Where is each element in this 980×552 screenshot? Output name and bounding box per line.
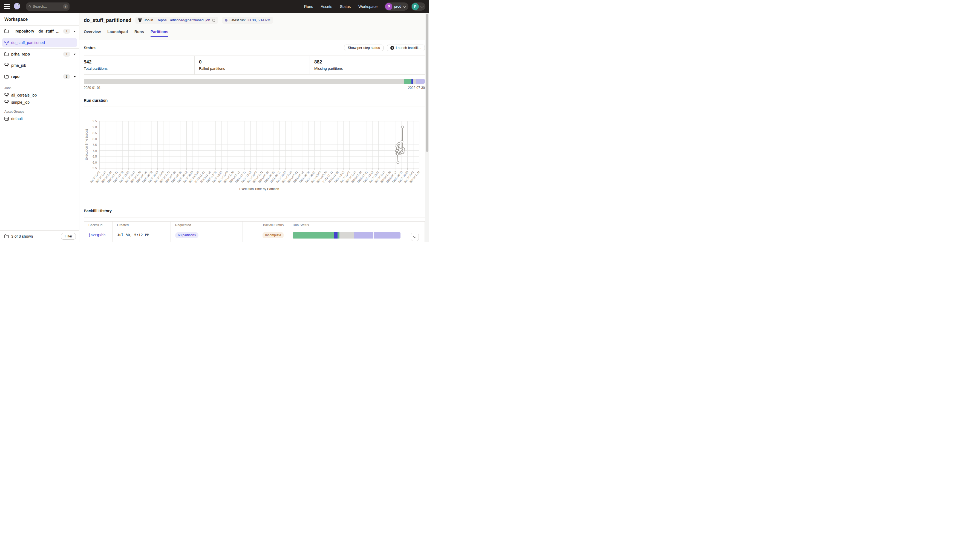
scrollbar-thumb[interactable] (426, 14, 428, 152)
menu-icon[interactable] (4, 5, 10, 9)
deployment-label: prod (394, 5, 401, 8)
status-heading: Status (84, 46, 344, 50)
sidebar-job-do-stuff-partitioned-selected[interactable]: do_stuff_partitioned (2, 38, 77, 47)
dagster-logo-icon[interactable] (13, 2, 21, 11)
caret-down-icon[interactable] (74, 54, 76, 55)
expand-row-button[interactable] (411, 233, 419, 241)
folder-icon (5, 235, 9, 238)
backfill-status-badge: Incomplete (262, 232, 283, 238)
launch-backfill-button[interactable]: Launch backfill... (387, 44, 425, 51)
caret-down-icon[interactable] (74, 76, 76, 78)
job-icon (5, 93, 9, 97)
repo-count-badge: 3 (63, 74, 70, 79)
sidebar-job-simple-job[interactable]: simple_job (0, 99, 79, 106)
asset-group-name: default (11, 117, 23, 121)
folder-icon (5, 75, 9, 79)
filter-button[interactable]: Filter (61, 233, 76, 240)
svg-text:6.5: 6.5 (92, 155, 97, 158)
job-origin-link[interactable]: __reposi...artitioned@partitioned_job (154, 18, 210, 22)
vertical-scrollbar[interactable] (425, 13, 429, 242)
job-origin-prefix: Job in (144, 18, 154, 22)
folder-icon (5, 29, 9, 33)
tab-runs[interactable]: Runs (134, 30, 144, 37)
chevron-down-icon (402, 5, 406, 8)
stat-failed-partitions: 0 Failed partitions (194, 56, 310, 75)
chevron-down-icon (414, 235, 416, 238)
deployment-avatar: P (385, 3, 392, 10)
asset-group-grid-icon (5, 117, 9, 121)
search-input[interactable] (33, 5, 62, 8)
plus-circle-icon (390, 46, 394, 50)
tab-partitions[interactable]: Partitions (151, 30, 169, 37)
run-status-dot (225, 19, 228, 22)
svg-text:8.0: 8.0 (92, 137, 97, 141)
repo-name: prha_repo (11, 52, 61, 56)
svg-text:8.5: 8.5 (92, 131, 97, 135)
partition-range-end: 2022-07-30 (408, 86, 425, 90)
folder-icon (5, 52, 9, 56)
nav-runs[interactable]: Runs (304, 5, 313, 9)
workspace-sidebar: Workspace __repository__do_stuff_partiti… (0, 13, 80, 242)
search-box[interactable]: / (26, 2, 70, 11)
table-row: jozrgsbh Jul 30, 5:12 PM 60 partitions 2… (84, 229, 425, 242)
stat-total-partitions: 942 Total partitions (84, 56, 194, 75)
job-origin-chip[interactable]: Job in __reposi...artitioned@partitioned… (135, 17, 218, 24)
sidebar-repo-repo[interactable]: repo 3 (0, 71, 79, 82)
repo-name: repo (11, 75, 61, 79)
svg-text:9.0: 9.0 (92, 125, 97, 129)
sidebar-repo-repository-do-stuff[interactable]: __repository__do_stuff_partitio... 1 (0, 26, 79, 37)
svg-text:6.0: 6.0 (92, 161, 97, 164)
job-tabs: Overview Launchpad Runs Partitions (84, 30, 425, 37)
user-menu[interactable]: P (411, 2, 425, 11)
backfill-history-heading: Backfill History (84, 209, 425, 213)
nav-status[interactable]: Status (340, 5, 351, 9)
show-per-step-status-button[interactable]: Show per-step status (344, 44, 383, 51)
page-title: do_stuff_partitioned (84, 17, 131, 23)
chevron-down-icon (420, 5, 424, 8)
sidebar-job-prha-job[interactable]: prha_job (0, 60, 79, 71)
job-name: all_cereals_job (11, 93, 37, 97)
nav-assets[interactable]: Assets (321, 5, 332, 9)
reload-icon[interactable] (212, 19, 215, 22)
job-header: do_stuff_partitioned Job in __reposi...a… (80, 13, 429, 40)
sidebar-footer: 3 of 3 shown Filter (0, 230, 79, 242)
jobs-section-label: Jobs (0, 82, 79, 92)
repo-name: __repository__do_stuff_partitio... (11, 29, 61, 33)
partition-range: 2020-01-01 2022-07-30 (84, 86, 425, 90)
sidebar-repo-prha-repo[interactable]: prha_repo 1 (0, 49, 79, 60)
run-status-bar[interactable] (293, 232, 400, 238)
backfill-history-table: Backfill Id Created Requested Backfill S… (84, 221, 425, 242)
backfill-id-link[interactable]: jozrgsbh (88, 233, 106, 237)
run-duration-heading: Run duration (84, 98, 425, 103)
repo-count-badge: 1 (63, 29, 70, 34)
col-created: Created (113, 222, 170, 229)
tab-overview[interactable]: Overview (84, 30, 101, 37)
search-icon (29, 5, 31, 8)
partition-status-bar[interactable] (84, 79, 425, 84)
latest-run-chip[interactable]: Latest run: Jul 30, 5:14 PM (222, 17, 273, 24)
caret-down-icon[interactable] (74, 31, 76, 32)
top-nav-links: Runs Assets Status Workspace (304, 5, 377, 9)
col-backfill-status: Backfill Status (243, 222, 288, 229)
requested-partitions-tag[interactable]: 60 partitions (175, 232, 199, 238)
col-run-status: Run Status (288, 222, 405, 229)
deployment-switcher[interactable]: P prod (385, 2, 409, 11)
job-name: prha_job (11, 63, 76, 68)
sidebar-asset-group-default[interactable]: default (0, 115, 79, 122)
tab-launchpad[interactable]: Launchpad (107, 30, 128, 37)
col-requested: Requested (170, 222, 243, 229)
asset-groups-section-label: Asset Groups (0, 106, 79, 115)
job-icon (5, 100, 9, 105)
svg-text:7.0: 7.0 (92, 149, 97, 152)
run-duration-chart[interactable]: 5.56.06.57.07.58.08.59.09.52020-01-01202… (84, 107, 425, 194)
job-name: do_stuff_partitioned (11, 40, 45, 45)
latest-run-link[interactable]: Jul 30, 5:14 PM (247, 18, 270, 22)
job-icon (5, 41, 9, 45)
sidebar-job-all-cereals-job[interactable]: all_cereals_job (0, 92, 79, 99)
job-name: simple_job (11, 100, 30, 105)
nav-workspace[interactable]: Workspace (358, 5, 377, 9)
svg-text:5.5: 5.5 (92, 167, 97, 170)
svg-text:Execution time (secs): Execution time (secs) (84, 129, 88, 160)
search-shortcut-key: / (63, 5, 68, 9)
top-navigation-bar: / Runs Assets Status Workspace P prod P (0, 0, 429, 13)
